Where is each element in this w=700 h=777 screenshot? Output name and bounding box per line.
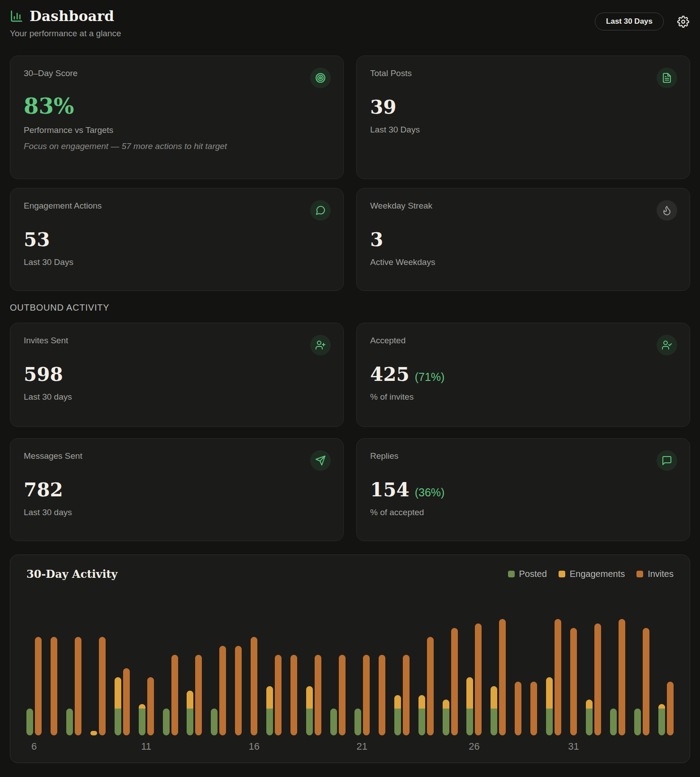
legend-swatch-icon: [636, 571, 643, 577]
day-group-31: 31: [570, 601, 577, 735]
weekday-streak-sub: Active Weekdays: [370, 257, 676, 267]
stats-grid-second: Engagement Actions 53 Last 30 Days Weekd…: [10, 188, 690, 291]
chart-legend: PostedEngagementsInvites: [508, 569, 674, 579]
posted-bar-segment: [330, 709, 337, 735]
invites-bar: [275, 655, 282, 735]
posted-engagements-stack-bar: [354, 709, 361, 735]
engagements-bar-segment: [90, 731, 97, 735]
posted-engagements-stack-bar: [443, 700, 449, 735]
invites-bar: [51, 637, 57, 735]
card-accepted: Accepted 425 (71%) % of invites: [356, 323, 690, 427]
day-group-11: 11: [139, 601, 154, 735]
day-group-10: [115, 601, 130, 735]
day-group-15: [235, 601, 242, 735]
posted-engagements-stack-bar: [466, 677, 473, 735]
engagements-bar-segment: [491, 686, 497, 709]
day-group-21: 21: [354, 601, 370, 735]
posted-engagements-stack-bar: [658, 704, 665, 735]
settings-button[interactable]: [676, 15, 690, 29]
card-label: Weekday Streak: [370, 201, 676, 211]
score-hint: Focus on engagement — 57 more actions to…: [24, 141, 330, 151]
engagements-bar-segment: [139, 704, 145, 709]
invites-bar: [475, 623, 482, 735]
x-axis-tick-label: 21: [357, 741, 367, 752]
x-axis-tick-label: 11: [141, 741, 151, 752]
score-value: 83%: [24, 94, 330, 118]
day-group-12: [163, 601, 178, 735]
stats-grid-top: 30–Day Score 83% Performance vs Targets …: [10, 56, 690, 179]
invites-bar: [499, 619, 506, 735]
day-group-22: [379, 601, 385, 735]
posted-bar-segment: [586, 709, 593, 735]
date-range-button[interactable]: Last 30 Days: [595, 13, 664, 30]
page-title: Dashboard: [30, 8, 114, 24]
invites-bar: [35, 637, 42, 735]
engagements-bar-segment: [658, 704, 665, 709]
posted-bar-segment: [211, 709, 218, 735]
invites-bar: [363, 655, 370, 735]
posted-engagements-stack-bar: [115, 677, 121, 735]
accepted-value: 425: [370, 364, 410, 385]
posted-bar-segment: [66, 709, 73, 735]
engagements-bar-segment: [546, 677, 553, 709]
posted-bar-segment: [187, 709, 193, 735]
invites-bar: [75, 637, 81, 735]
invites-bar: [530, 682, 537, 735]
send-icon: [310, 450, 331, 471]
posted-engagements-stack-bar: [306, 686, 313, 735]
engagements-bar-segment: [443, 700, 449, 709]
posted-engagements-stack-bar: [491, 686, 497, 735]
legend-item-engagements: Engagements: [559, 569, 625, 579]
replies-sub: % of accepted: [370, 508, 676, 517]
accepted-pct: (71%): [415, 371, 445, 384]
posted-bar-segment: [163, 709, 170, 735]
engagements-bar-segment: [306, 686, 313, 709]
page-subtitle: Your performance at a glance: [10, 29, 121, 38]
header-right: Last 30 Days: [595, 13, 690, 30]
bar-chart-icon: [10, 9, 23, 23]
weekday-streak-value: 3: [370, 230, 676, 250]
user-check-icon: [657, 335, 677, 355]
messages-sent-value: 782: [24, 480, 330, 500]
engagements-bar-segment: [418, 695, 425, 709]
legend-swatch-icon: [508, 571, 515, 577]
invites-sent-sub: Last 30 days: [24, 392, 330, 402]
message-square-icon: [657, 450, 677, 471]
posted-engagements-stack-bar: [546, 677, 553, 735]
invites-sent-value: 598: [24, 364, 330, 385]
engagements-bar-segment: [466, 677, 473, 709]
day-group-28: [515, 601, 521, 735]
posted-engagements-stack-bar: [418, 695, 425, 735]
section-label-outbound: OUTBOUND ACTIVITY: [10, 303, 690, 313]
card-label: Accepted: [370, 336, 676, 346]
x-axis-tick-label: 16: [248, 741, 259, 752]
replies-value: 154: [370, 480, 410, 500]
invites-bar: [619, 619, 625, 735]
user-plus-icon: [310, 335, 331, 355]
invites-bar: [427, 637, 434, 735]
posted-bar-segment: [610, 709, 617, 735]
invites-bar: [171, 655, 178, 735]
invites-bar: [515, 682, 521, 735]
day-group-8: [66, 601, 81, 735]
invites-bar: [667, 682, 674, 735]
day-group-13: [187, 601, 202, 735]
posted-bar-segment: [546, 709, 553, 735]
day-group-23: [394, 601, 410, 735]
invites-bar: [570, 628, 577, 735]
day-group-33: [610, 601, 625, 735]
day-group-26: 26: [466, 601, 482, 735]
outbound-grid-second: Messages Sent 782 Last 30 days Replies 1…: [10, 438, 690, 541]
replies-pct: (36%): [415, 486, 445, 499]
invites-bar: [99, 637, 106, 735]
day-group-29: [530, 601, 537, 735]
invites-bar: [339, 655, 346, 735]
engagements-bar-segment: [586, 700, 593, 709]
day-group-27: [491, 601, 506, 735]
total-posts-value: 39: [370, 97, 676, 118]
messages-sent-sub: Last 30 days: [24, 508, 330, 517]
invites-bar: [195, 655, 202, 735]
day-group-35: [658, 601, 674, 735]
posted-engagements-stack-bar: [163, 709, 170, 735]
posted-engagements-stack-bar: [211, 709, 218, 735]
